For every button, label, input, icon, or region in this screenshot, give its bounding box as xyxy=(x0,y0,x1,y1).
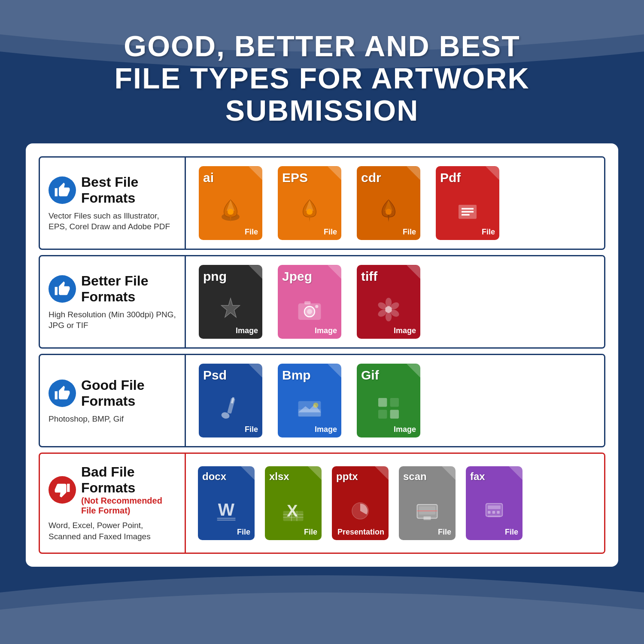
file-ext-pdf: Pdf xyxy=(440,170,461,184)
page-container: GOOD, BETTER AND BEST FILE TYPES FOR ART… xyxy=(0,0,644,644)
camera-icon xyxy=(294,294,325,325)
file-ext-jpeg: Jpeg xyxy=(282,268,312,283)
svg-text:W: W xyxy=(218,500,235,519)
bad-category-title: Bad File Formats xyxy=(81,464,135,495)
better-thumb-icon xyxy=(49,275,76,303)
good-right-panel: Psd File Bmp xyxy=(186,355,604,446)
file-ext-bmp: Bmp xyxy=(282,367,311,382)
svg-rect-37 xyxy=(283,511,304,521)
file-card-docx: docx W File xyxy=(198,466,255,540)
better-right-panel: png Image Jpeg xyxy=(186,256,604,347)
good-thumb-icon xyxy=(49,380,76,407)
bad-left-panel: Bad File Formats (Not Recommended File F… xyxy=(40,454,186,552)
file-icon-docx: docx W File xyxy=(196,466,256,540)
svg-rect-48 xyxy=(488,505,501,509)
file-icon-gif: Gif Image xyxy=(354,364,423,437)
grid-icon xyxy=(373,393,404,424)
brush-icon xyxy=(215,393,246,424)
pdf-doc-icon xyxy=(453,196,483,226)
bad-thumb-icon xyxy=(49,476,76,504)
better-row: Better File Formats High Resolution (Min… xyxy=(39,255,605,349)
file-card-ai: ai File xyxy=(199,166,262,240)
svg-rect-29 xyxy=(378,398,387,407)
bad-row: Bad File Formats (Not Recommended File F… xyxy=(39,453,605,553)
header: GOOD, BETTER AND BEST FILE TYPES FOR ART… xyxy=(0,0,644,143)
file-img-scan xyxy=(410,494,444,528)
file-img-fax xyxy=(477,494,511,528)
file-img-gif xyxy=(371,391,406,425)
file-label-ai: File xyxy=(245,228,258,237)
scan-icon xyxy=(413,497,441,525)
good-category-title: Good File Formats xyxy=(81,377,176,409)
file-label-psd: File xyxy=(245,425,258,434)
good-thumbs-up-icon xyxy=(54,385,70,401)
file-card-psd: Psd File xyxy=(199,364,262,437)
svg-rect-51 xyxy=(497,511,499,513)
file-icon-scan: scan File xyxy=(397,466,457,540)
file-card-scan: scan File xyxy=(399,466,456,540)
bad-label-row: Bad File Formats (Not Recommended File F… xyxy=(49,464,176,516)
file-img-tiff xyxy=(371,292,406,327)
file-img-bmp xyxy=(292,391,327,425)
svg-point-11 xyxy=(307,309,312,314)
file-ext-scan: scan xyxy=(403,470,427,482)
file-icon-fax: fax File xyxy=(464,466,524,540)
file-img-pptx xyxy=(343,494,377,528)
file-ext-docx: docx xyxy=(202,470,226,482)
file-icon-psd: Psd File xyxy=(196,364,265,437)
eps-pen-icon xyxy=(295,196,325,226)
fax-icon xyxy=(480,497,508,525)
bad-category-subtitle: (Not Recommended File Format) xyxy=(81,496,162,515)
file-ext-gif: Gif xyxy=(361,367,379,382)
better-label-row: Better File Formats xyxy=(49,273,176,305)
file-img-xlsx: X xyxy=(276,494,310,528)
best-left-panel: Best File Formats Vector Files such as I… xyxy=(40,158,186,249)
file-card-png: png Image xyxy=(199,265,262,339)
best-thumb-icon xyxy=(49,176,76,204)
svg-marker-8 xyxy=(221,298,240,317)
file-img-psd xyxy=(213,391,248,425)
svg-rect-31 xyxy=(378,410,387,419)
best-row: Best File Formats Vector Files such as I… xyxy=(39,156,605,250)
good-label-row: Good File Formats xyxy=(49,377,176,409)
svg-point-1 xyxy=(228,209,234,215)
excel-icon: X xyxy=(279,497,307,525)
svg-rect-12 xyxy=(304,301,310,304)
svg-rect-30 xyxy=(390,398,399,407)
file-img-pdf xyxy=(450,194,485,228)
file-icon-cdr: cdr File xyxy=(354,166,423,240)
file-ext-png: png xyxy=(203,268,227,283)
file-label-fax: File xyxy=(505,528,518,537)
file-ext-xlsx: xlsx xyxy=(269,470,289,482)
svg-rect-49 xyxy=(488,511,490,513)
file-ext-ai: ai xyxy=(203,170,214,184)
file-label-xlsx: File xyxy=(304,528,317,537)
file-icon-png: png Image xyxy=(196,265,265,339)
svg-point-15 xyxy=(386,298,392,307)
file-label-png: Image xyxy=(236,326,258,335)
file-label-eps: File xyxy=(324,228,337,237)
thumbs-up-icon xyxy=(54,182,70,198)
file-ext-psd: Psd xyxy=(203,367,227,382)
file-card-xlsx: xlsx X File xyxy=(265,466,322,540)
flower-icon xyxy=(373,294,404,325)
main-title: GOOD, BETTER AND BEST FILE TYPES FOR ART… xyxy=(17,30,627,126)
file-img-docx: W xyxy=(209,494,243,528)
file-img-cdr xyxy=(371,194,406,228)
svg-point-13 xyxy=(315,305,318,308)
good-row: Good File Formats Photoshop, BMP, Gif Ps… xyxy=(39,354,605,447)
file-img-png xyxy=(213,292,248,327)
file-card-tiff: tiff xyxy=(357,265,420,339)
svg-rect-50 xyxy=(492,511,495,513)
best-category-desc: Vector Files such as Illustrator, EPS, C… xyxy=(49,210,176,232)
svg-rect-22 xyxy=(227,398,235,414)
bad-category-desc: Word, Excel, Power Point, Scanned and Fa… xyxy=(49,520,176,542)
cdr-pen-icon xyxy=(374,196,404,226)
best-right-panel: ai File xyxy=(186,158,604,249)
file-ext-tiff: tiff xyxy=(361,268,377,283)
file-label-docx: File xyxy=(237,528,250,537)
star-icon xyxy=(215,294,246,325)
better-category-desc: High Resolution (Min 300dpi) PNG, JPG or… xyxy=(49,309,176,331)
file-card-pptx: pptx Presentation xyxy=(332,466,389,540)
svg-rect-52 xyxy=(488,516,501,517)
